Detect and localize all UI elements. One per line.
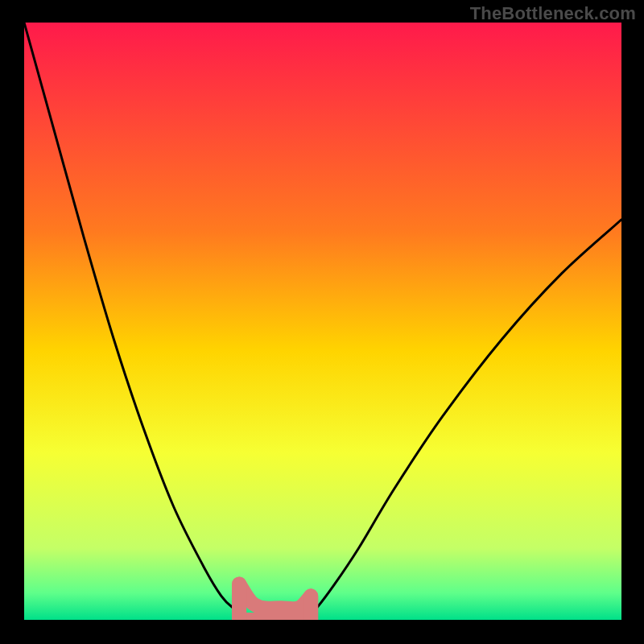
gradient-background: [24, 23, 621, 620]
chart-frame: TheBottleneck.com: [0, 0, 644, 644]
watermark-text: TheBottleneck.com: [470, 3, 636, 24]
bottleneck-chart: [0, 0, 644, 644]
